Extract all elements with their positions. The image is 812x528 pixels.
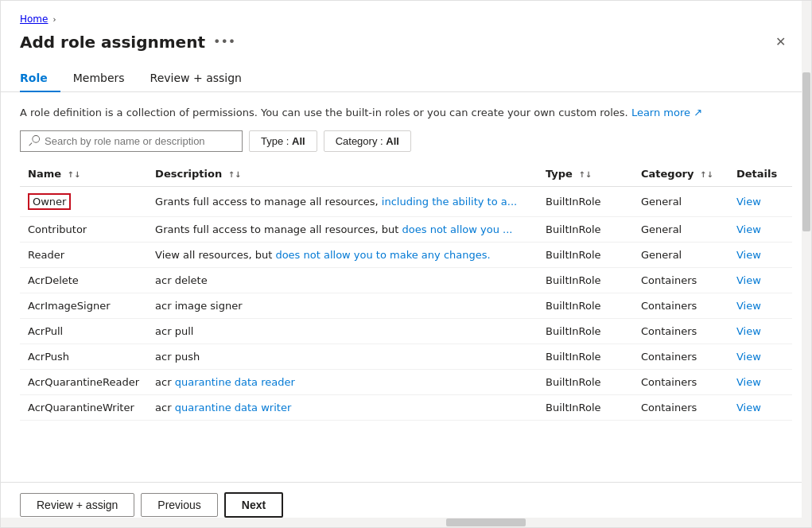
type-sort-icon: ↑↓ bbox=[578, 170, 592, 179]
tab-role[interactable]: Role bbox=[20, 65, 60, 92]
roles-table: Name ↑↓ Description ↑↓ Type ↑↓ Category … bbox=[20, 161, 792, 421]
cell-details: View bbox=[728, 344, 792, 369]
cell-details: View bbox=[728, 216, 792, 242]
more-options-icon[interactable]: ••• bbox=[213, 34, 235, 49]
cat-sort-icon: ↑↓ bbox=[700, 170, 713, 179]
cell-description: Grants full access to manage all resourc… bbox=[147, 186, 538, 216]
cell-category: General bbox=[633, 186, 728, 216]
table-row[interactable]: OwnerGrants full access to manage all re… bbox=[20, 186, 792, 216]
tab-review-assign[interactable]: Review + assign bbox=[138, 65, 254, 92]
cell-details: View bbox=[728, 186, 792, 216]
title-row: Add role assignment ••• ✕ bbox=[20, 31, 792, 52]
cell-description: acr delete bbox=[147, 267, 538, 293]
page-title: Add role assignment bbox=[20, 33, 205, 52]
panel-body: A role definition is a collection of per… bbox=[1, 92, 811, 482]
previous-button[interactable]: Previous bbox=[141, 493, 217, 517]
cell-name: Contributor bbox=[20, 216, 147, 242]
title-left: Add role assignment ••• bbox=[20, 33, 235, 52]
category-filter-label: Category : bbox=[336, 135, 387, 147]
table-row[interactable]: AcrPullacr pullBuiltInRoleContainersView bbox=[20, 318, 792, 344]
cell-category: Containers bbox=[633, 293, 728, 318]
view-link[interactable]: View bbox=[736, 325, 761, 337]
cell-category: General bbox=[633, 242, 728, 267]
tab-members[interactable]: Members bbox=[60, 65, 138, 92]
table-row[interactable]: AcrImageSigneracr image signerBuiltInRol… bbox=[20, 293, 792, 318]
tabs: Role Members Review + assign bbox=[20, 65, 792, 91]
toolbar: Type : All Category : All bbox=[20, 130, 792, 152]
cell-details: View bbox=[728, 242, 792, 267]
table-row[interactable]: AcrDeleteacr deleteBuiltInRoleContainers… bbox=[20, 267, 792, 293]
view-link[interactable]: View bbox=[736, 402, 761, 413]
cell-type: BuiltInRole bbox=[538, 216, 633, 242]
col-header-details: Details bbox=[728, 161, 792, 187]
review-assign-button[interactable]: Review + assign bbox=[20, 493, 134, 517]
view-link[interactable]: View bbox=[736, 223, 761, 235]
next-button[interactable]: Next bbox=[224, 492, 283, 518]
cell-category: Containers bbox=[633, 394, 728, 420]
col-header-type[interactable]: Type ↑↓ bbox=[538, 161, 633, 187]
type-filter-label: Type : bbox=[261, 135, 292, 147]
name-sort-icon: ↑↓ bbox=[68, 170, 81, 179]
type-filter-button[interactable]: Type : All bbox=[249, 130, 317, 152]
panel-header: Home › Add role assignment ••• ✕ Role Me… bbox=[1, 1, 811, 92]
cell-details: View bbox=[728, 394, 792, 420]
search-box[interactable] bbox=[20, 130, 243, 152]
view-link[interactable]: View bbox=[736, 376, 761, 388]
cell-name: AcrImageSigner bbox=[20, 293, 147, 318]
cell-type: BuiltInRole bbox=[538, 318, 633, 344]
cell-type: BuiltInRole bbox=[538, 186, 633, 216]
cell-type: BuiltInRole bbox=[538, 369, 633, 394]
cell-description: View all resources, but does not allow y… bbox=[147, 242, 538, 267]
cell-description: acr pull bbox=[147, 318, 538, 344]
cell-details: View bbox=[728, 318, 792, 344]
cell-type: BuiltInRole bbox=[538, 242, 633, 267]
table-header-row: Name ↑↓ Description ↑↓ Type ↑↓ Category … bbox=[20, 161, 792, 187]
table-row[interactable]: ReaderView all resources, but does not a… bbox=[20, 242, 792, 267]
cell-type: BuiltInRole bbox=[538, 293, 633, 318]
learn-more-link[interactable]: Learn more ↗ bbox=[631, 107, 702, 118]
cell-details: View bbox=[728, 369, 792, 394]
view-link[interactable]: View bbox=[736, 351, 761, 363]
table-row[interactable]: ContributorGrants full access to manage … bbox=[20, 216, 792, 242]
cell-category: Containers bbox=[633, 369, 728, 394]
cell-name: Owner bbox=[20, 186, 147, 216]
cell-type: BuiltInRole bbox=[538, 267, 633, 293]
breadcrumb-chevron: › bbox=[52, 15, 56, 24]
desc-sort-icon: ↑↓ bbox=[228, 170, 242, 179]
table-row[interactable]: AcrQuarantineWriteracr quarantine data w… bbox=[20, 394, 792, 420]
cell-type: BuiltInRole bbox=[538, 394, 633, 420]
search-input[interactable] bbox=[45, 135, 234, 147]
table-row[interactable]: AcrQuarantineReaderacr quarantine data r… bbox=[20, 369, 792, 394]
cell-description: acr quarantine data reader bbox=[147, 369, 538, 394]
col-header-description[interactable]: Description ↑↓ bbox=[147, 161, 538, 187]
category-filter-value: All bbox=[386, 135, 399, 147]
table-row[interactable]: AcrPushacr pushBuiltInRoleContainersView bbox=[20, 344, 792, 369]
col-header-name[interactable]: Name ↑↓ bbox=[20, 161, 147, 187]
cell-details: View bbox=[728, 293, 792, 318]
cell-name: AcrDelete bbox=[20, 267, 147, 293]
col-header-category[interactable]: Category ↑↓ bbox=[633, 161, 728, 187]
view-link[interactable]: View bbox=[736, 249, 761, 261]
add-role-assignment-panel: Home › Add role assignment ••• ✕ Role Me… bbox=[0, 0, 812, 528]
cell-name: AcrPull bbox=[20, 318, 147, 344]
info-text: A role definition is a collection of per… bbox=[20, 105, 792, 121]
cell-name: Reader bbox=[20, 242, 147, 267]
cell-category: Containers bbox=[633, 267, 728, 293]
view-link[interactable]: View bbox=[736, 196, 761, 208]
cell-category: Containers bbox=[633, 318, 728, 344]
cell-description: acr quarantine data writer bbox=[147, 394, 538, 420]
category-filter-button[interactable]: Category : All bbox=[324, 130, 411, 152]
search-icon bbox=[29, 135, 40, 146]
vertical-scrollbar[interactable] bbox=[802, 1, 811, 527]
cell-category: General bbox=[633, 216, 728, 242]
cell-details: View bbox=[728, 267, 792, 293]
view-link[interactable]: View bbox=[736, 274, 761, 286]
horizontal-scrollbar[interactable] bbox=[1, 518, 802, 527]
breadcrumb: Home › bbox=[20, 14, 792, 25]
close-button[interactable]: ✕ bbox=[769, 31, 792, 52]
breadcrumb-home[interactable]: Home bbox=[20, 14, 48, 25]
cell-type: BuiltInRole bbox=[538, 344, 633, 369]
cell-category: Containers bbox=[633, 344, 728, 369]
view-link[interactable]: View bbox=[736, 300, 761, 312]
type-filter-value: All bbox=[292, 135, 305, 147]
